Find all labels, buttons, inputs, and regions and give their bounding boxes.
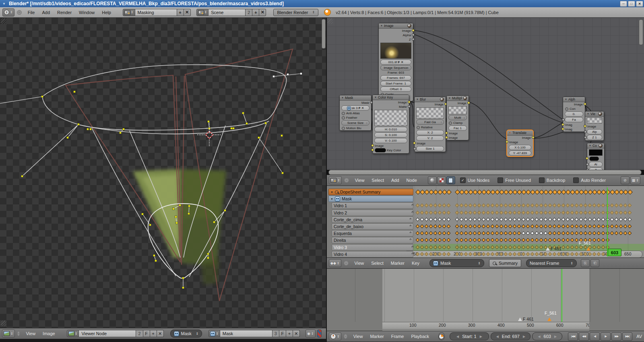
mask-control-point[interactable]	[207, 257, 209, 259]
mask-control-point[interactable]	[233, 128, 235, 130]
convert-premul-checkbox[interactable]: Con	[563, 107, 585, 111]
dopesheet-channel-esquerda[interactable]: Esquerda	[332, 230, 413, 237]
dopesheet-channel-vidro-3[interactable]: Vidro 3	[332, 244, 413, 251]
value-slider[interactable]: V: 0.100	[374, 138, 407, 143]
render-layers-button[interactable]: ▦↕	[630, 176, 640, 184]
menu-help[interactable]: Help	[98, 10, 115, 15]
menu-frame[interactable]: Frame	[388, 334, 408, 339]
expand-icon[interactable]: ▼	[330, 191, 333, 194]
start-frame-field[interactable]: ◀Start: 1▶	[450, 332, 489, 340]
area-corner-grip[interactable]	[328, 19, 333, 24]
mask-control-point[interactable]	[78, 124, 80, 126]
dopesheet-channel-vidro-1[interactable]: Vidro 1	[332, 202, 413, 209]
motion-blur-checkbox[interactable]: Motion Blu	[340, 126, 371, 130]
menu-select[interactable]: Select	[367, 261, 387, 266]
translate-y-field[interactable]: Y -47.839	[509, 150, 531, 156]
mask-control-point[interactable]	[21, 175, 23, 177]
socket-image-out[interactable]	[412, 29, 415, 32]
socket-image2-in[interactable]	[561, 128, 564, 130]
av-sync-select[interactable]: AV	[636, 334, 642, 339]
end-frame-field[interactable]: ◀End: 697▶	[491, 332, 530, 340]
menu-marker[interactable]: Marker	[387, 261, 408, 266]
free-unused-checkbox[interactable]: Free Unused	[497, 177, 531, 183]
shader-nodes-icon[interactable]	[428, 176, 437, 184]
mask-control-point[interactable]	[287, 74, 289, 76]
mask-control-point[interactable]	[120, 132, 122, 134]
current-frame-field[interactable]: ◀603▶	[532, 332, 562, 340]
fac-field[interactable]: Fa	[565, 117, 583, 122]
mask-control-point[interactable]	[155, 260, 157, 262]
menu-window[interactable]: Window	[75, 10, 98, 15]
menu-view[interactable]: View	[350, 334, 367, 339]
collapse-menus-icon[interactable]: −	[344, 334, 347, 339]
mask-control-point[interactable]	[224, 210, 226, 212]
new-image-button[interactable]: +	[150, 330, 157, 337]
marker-triangle-f-461[interactable]	[546, 247, 550, 251]
mask-control-point[interactable]	[282, 172, 284, 174]
close-button[interactable]: ✕	[636, 1, 643, 7]
mask-control-point[interactable]	[231, 128, 233, 130]
image-datablock-field[interactable]: Viewer Node	[79, 330, 136, 337]
mask-control-point[interactable]	[213, 221, 215, 223]
socket-alpha-out[interactable]	[412, 33, 415, 36]
screen-layout-field[interactable]: Masking	[135, 9, 177, 16]
socket-fac-in[interactable]	[562, 118, 565, 121]
node-multiply[interactable]: ▼Multipl Image Multi↕ Clamp Fac 1 Image …	[446, 95, 469, 140]
menu-image[interactable]: Image	[39, 331, 59, 336]
paste-keyframes-icon[interactable]: ⎗	[590, 259, 599, 267]
dopesheet-channel-vidro-2[interactable]: Vidro 2	[332, 210, 413, 216]
marker-triangle-f-461[interactable]	[518, 317, 522, 321]
socket-z-in[interactable]	[584, 136, 587, 139]
image-source-select[interactable]: Image Sequence↕	[380, 65, 411, 70]
screen-layout-icon[interactable]: ↕	[123, 9, 135, 16]
mask-datablock-icon[interactable]: ↕	[208, 330, 220, 337]
frames-field[interactable]: Frames: 697	[380, 75, 411, 80]
dopesheet-mode-select[interactable]: Mask↕	[429, 259, 484, 267]
mask-control-point[interactable]	[41, 96, 43, 98]
dopesheet-channel-direita[interactable]: Direita	[332, 237, 413, 243]
maximize-button[interactable]: □	[628, 1, 635, 7]
mask-control-point[interactable]	[175, 216, 177, 218]
mask-control-point[interactable]	[173, 208, 175, 210]
socket-keycolor-in[interactable]	[371, 148, 374, 151]
timeline-body[interactable]: -1000100200300400500600700800 F 461F_561	[327, 269, 644, 331]
render-engine-select[interactable]: Blender Render↕	[273, 9, 318, 16]
next-keyframe-button[interactable]: ▶▶	[611, 332, 621, 341]
editor-mode-select[interactable]: Mask↕	[170, 330, 202, 338]
mask-control-point[interactable]	[188, 205, 190, 207]
mask-control-point[interactable]	[265, 122, 267, 124]
collapse-menus-icon[interactable]: −	[344, 178, 349, 183]
anti-alias-checkbox[interactable]: Anti-Alias	[340, 111, 371, 115]
node-mask[interactable]: ▼Mask Mask sk 3 F ✕ Anti-Alias Feather S…	[339, 95, 372, 131]
image-users-badge[interactable]: 2	[136, 330, 143, 337]
mask-control-point[interactable]	[87, 128, 89, 130]
mask-control-point[interactable]	[258, 137, 260, 139]
node-editor-viewport[interactable]: ▼Image Image Alpha Z 001.tif F ✕ Image S…	[327, 18, 644, 170]
node-editor-vertical-scrollbar[interactable]	[639, 19, 643, 45]
menu-key[interactable]: Key	[408, 261, 423, 266]
mask-control-point[interactable]	[90, 128, 92, 130]
mask-control-point[interactable]	[246, 123, 248, 125]
mask-spline-unselected[interactable]	[66, 49, 293, 301]
preview-range-icon[interactable]	[438, 332, 444, 340]
delete-layout-button[interactable]: ✕	[184, 9, 191, 16]
snap-mode-select[interactable]: Nearest Frame↕	[526, 259, 577, 267]
menu-select[interactable]: Select	[368, 178, 388, 183]
window-menu-icon[interactable]: ▼	[2, 2, 6, 6]
socket-image1-in[interactable]	[561, 123, 564, 126]
backdrop-checkbox[interactable]: Backdrop	[539, 177, 565, 183]
unlink-image-button[interactable]: ✕	[157, 330, 164, 337]
prev-keyframe-button[interactable]: ◀◀	[579, 332, 589, 341]
menu-view[interactable]: View	[22, 331, 39, 336]
editor-type-button[interactable]: i↕	[2, 8, 14, 16]
size-mode-select[interactable]: Scene Size↕	[341, 120, 369, 126]
scene-icon[interactable]: ↕	[196, 9, 209, 16]
mask-control-point[interactable]	[179, 204, 181, 206]
socket-z-out[interactable]	[412, 38, 415, 41]
use-nodes-checkbox[interactable]: ✓Use Nodes	[460, 177, 489, 183]
socket-image-in[interactable]	[506, 140, 508, 143]
socket-alpha-in[interactable]	[586, 163, 589, 166]
blur-filter-select[interactable]: Fast Ga↕	[416, 119, 444, 125]
key-color-swatch[interactable]	[375, 148, 386, 152]
mask-control-point[interactable]	[208, 121, 210, 123]
